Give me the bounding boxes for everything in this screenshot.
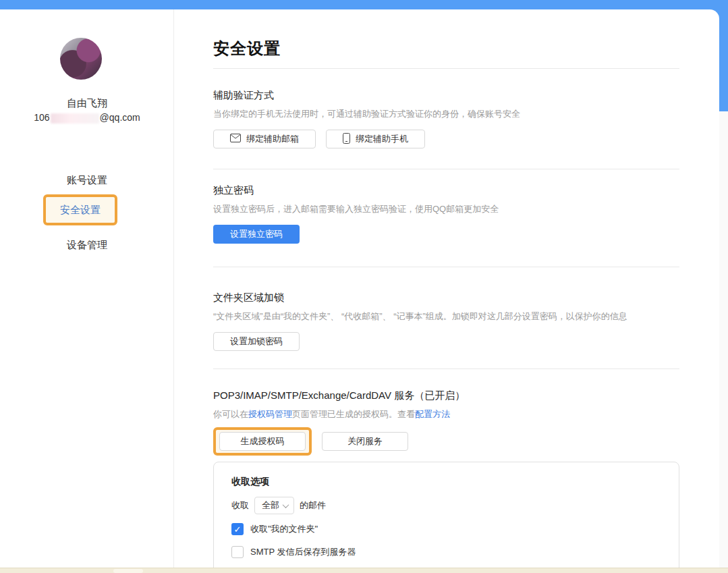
section-folder-lock: 文件夹区域加锁 “文件夹区域”是由“我的文件夹”、 “代收邮箱”、 “记事本”组… <box>213 292 679 351</box>
bottom-strip-tab <box>113 569 143 573</box>
annotation-highlight-generate-code: 生成授权码 <box>213 427 312 456</box>
button-label: 绑定辅助手机 <box>356 133 408 145</box>
section-title: 独立密码 <box>213 184 679 197</box>
avatar <box>60 38 102 80</box>
receive-scope-dropdown[interactable]: 全部 <box>254 497 294 514</box>
section-independent-password: 独立密码 设置独立密码后，进入邮箱需要输入独立密码验证，使用QQ邮箱更加安全 设… <box>213 184 679 244</box>
checkbox-row-smtp-save[interactable]: SMTP 发信后保存到服务器 <box>231 546 356 558</box>
config-guide-link[interactable]: 配置方法 <box>415 409 450 419</box>
section-title: POP3/IMAP/SMTP/Exchange/CardDAV 服务（已开启） <box>213 389 679 402</box>
section-desc: 设置独立密码后，进入邮箱需要输入独立密码验证，使用QQ邮箱更加安全 <box>213 203 679 215</box>
annotation-highlight-security: 安全设置 <box>43 194 117 225</box>
desc-text: 你可以在 <box>213 409 248 419</box>
divider <box>213 169 679 169</box>
bottom-taskbar-strip <box>0 568 728 573</box>
set-independent-password-button[interactable]: 设置独立密码 <box>213 225 300 244</box>
sidebar-item-account-settings[interactable]: 账号设置 <box>0 174 174 187</box>
divider <box>213 369 679 369</box>
checkbox-label: SMTP 发信后保存到服务器 <box>250 546 356 558</box>
dropdown-value: 全部 <box>262 499 279 512</box>
checkbox-row-my-folders[interactable]: ✓ 收取"我的文件夹" <box>231 523 318 535</box>
section-title: 辅助验证方式 <box>213 89 679 102</box>
generate-auth-code-button[interactable]: 生成授权码 <box>219 432 306 451</box>
section-desc: “文件夹区域”是由“我的文件夹”、 “代收邮箱”、 “记事本”组成。加锁即对这几… <box>213 310 679 323</box>
set-lock-password-button[interactable]: 设置加锁密码 <box>213 332 300 351</box>
receive-scope-row: 收取 全部 的邮件 <box>231 497 326 514</box>
divider <box>213 68 679 69</box>
qq-mail-settings-window: 自由飞翔 106@qq.com 账号设置 安全设置 设备管理 安全设置 辅助验证… <box>0 0 728 573</box>
sidebar-item-security-settings[interactable]: 安全设置 <box>60 204 101 217</box>
scrollbar-track[interactable] <box>719 9 728 568</box>
main-content: 安全设置 辅助验证方式 当你绑定的手机无法使用时，可通过辅助验证方式验证你的身份… <box>213 9 679 568</box>
window-top-bar <box>0 0 728 9</box>
section-desc: 当你绑定的手机无法使用时，可通过辅助验证方式验证你的身份，确保账号安全 <box>213 108 679 120</box>
receive-options-panel: 收取选项 收取 全部 的邮件 ✓ 收取"我的文件夹" SMTP 发信后保存到服务… <box>213 462 679 568</box>
sidebar-item-device-management[interactable]: 设备管理 <box>0 239 174 252</box>
bind-aux-email-button[interactable]: 绑定辅助邮箱 <box>213 130 316 148</box>
page-title: 安全设置 <box>213 38 281 59</box>
scrollbar-thumb[interactable] <box>719 9 728 111</box>
button-label: 绑定辅助邮箱 <box>246 133 299 145</box>
phone-icon <box>343 133 350 146</box>
checkbox-checked-icon[interactable]: ✓ <box>231 523 244 535</box>
receive-options-title: 收取选项 <box>231 476 269 488</box>
bind-aux-phone-button[interactable]: 绑定辅助手机 <box>326 130 425 148</box>
section-desc: 你可以在授权码管理页面管理已生成的授权码。查看配置方法 <box>213 408 679 420</box>
checkbox-label: 收取"我的文件夹" <box>250 523 318 535</box>
mail-icon <box>230 134 241 144</box>
settings-page: 自由飞翔 106@qq.com 账号设置 安全设置 设备管理 安全设置 辅助验证… <box>0 9 719 568</box>
sidebar: 自由飞翔 106@qq.com 账号设置 安全设置 设备管理 <box>0 9 174 568</box>
row-suffix: 的邮件 <box>300 499 326 512</box>
chevron-down-icon <box>283 501 289 508</box>
user-email-prefix: 106 <box>34 112 49 123</box>
user-email: 106@qq.com <box>0 112 174 124</box>
row-prefix: 收取 <box>231 499 249 512</box>
divider <box>213 267 679 267</box>
section-aux-verification: 辅助验证方式 当你绑定的手机无法使用时，可通过辅助验证方式验证你的身份，确保账号… <box>213 89 679 148</box>
email-blur-redaction <box>51 113 99 124</box>
section-title: 文件夹区域加锁 <box>213 292 679 304</box>
close-service-button[interactable]: 关闭服务 <box>322 432 408 451</box>
user-email-suffix: @qq.com <box>100 112 140 123</box>
desc-text: 页面管理已生成的授权码。查看 <box>292 409 415 419</box>
checkbox-unchecked-icon[interactable] <box>231 546 244 558</box>
user-name: 自由飞翔 <box>0 97 174 110</box>
section-pop3-imap-service: POP3/IMAP/SMTP/Exchange/CardDAV 服务（已开启） … <box>213 389 679 456</box>
auth-code-management-link[interactable]: 授权码管理 <box>248 409 292 419</box>
